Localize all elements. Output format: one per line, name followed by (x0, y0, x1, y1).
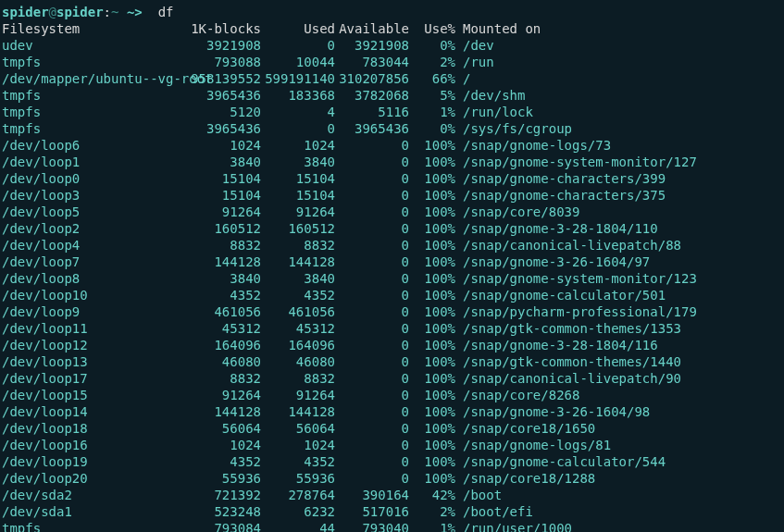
cell-used: 8832 (261, 237, 335, 254)
cell-mounted: /snap/core18/1288 (455, 470, 595, 487)
table-row: /dev/loop121640961640960100%/snap/gnome-… (2, 337, 782, 353)
cell-avail: 0 (335, 387, 409, 403)
cell-mounted: /snap/gnome-characters/399 (455, 170, 666, 187)
cell-avail: 0 (335, 303, 409, 320)
hdr-filesystem: Filesystem (2, 20, 187, 37)
cell-used: 144128 (261, 254, 335, 270)
table-row: /dev/loop4883288320100%/snap/canonical-l… (2, 237, 782, 254)
prompt-line[interactable]: spider @ spider : ~ ~> df (2, 4, 782, 20)
cell-usepct: 100% (409, 370, 455, 387)
cell-blocks: 91264 (187, 387, 261, 403)
cell-usepct: 100% (409, 287, 455, 303)
cell-usepct: 100% (409, 270, 455, 287)
cell-blocks: 15104 (187, 170, 261, 187)
cell-avail: 0 (335, 370, 409, 387)
cell-usepct: 100% (409, 470, 455, 487)
table-row: /dev/loop1346080460800100%/snap/gtk-comm… (2, 353, 782, 370)
cell-blocks: 91264 (187, 204, 261, 220)
table-row: udev3921908039219080%/dev (2, 37, 782, 54)
cell-filesystem: /dev/loop2 (2, 220, 187, 237)
cell-usepct: 2% (409, 503, 455, 520)
table-row: /dev/loop141441281441280100%/snap/gnome-… (2, 403, 782, 420)
cell-filesystem: /dev/loop20 (2, 470, 187, 487)
terminal-window[interactable]: spider @ spider : ~ ~> df Filesystem 1K-… (0, 0, 784, 532)
cell-avail: 0 (335, 470, 409, 487)
cell-avail: 0 (335, 220, 409, 237)
cell-mounted: /snap/core18/1650 (455, 420, 595, 437)
hdr-usepct: Use% (409, 20, 455, 37)
cell-avail: 5116 (335, 104, 409, 120)
cell-blocks: 144128 (187, 403, 261, 420)
table-row: tmpfs396543618336837820685%/dev/shm (2, 87, 782, 104)
cell-blocks: 461056 (187, 303, 261, 320)
cell-blocks: 55936 (187, 470, 261, 487)
cell-avail: 0 (335, 437, 409, 453)
cell-avail: 310207856 (335, 70, 409, 87)
cell-usepct: 100% (409, 437, 455, 453)
table-row: /dev/loop94610564610560100%/snap/pycharm… (2, 303, 782, 320)
cell-mounted: /snap/canonical-livepatch/90 (455, 370, 681, 387)
cell-usepct: 100% (409, 137, 455, 154)
table-row: /dev/loop015104151040100%/snap/gnome-cha… (2, 170, 782, 187)
cell-usepct: 100% (409, 154, 455, 170)
cell-filesystem: /dev/loop19 (2, 453, 187, 470)
cell-filesystem: /dev/sda2 (2, 487, 187, 503)
cell-mounted: /snap/gnome-system-monitor/123 (455, 270, 697, 287)
table-row: /dev/loop71441281441280100%/snap/gnome-3… (2, 254, 782, 270)
cell-filesystem: /dev/loop15 (2, 387, 187, 403)
cell-mounted: /snap/gnome-characters/375 (455, 187, 666, 204)
cell-used: 0 (261, 37, 335, 54)
table-row: /dev/loop17883288320100%/snap/canonical-… (2, 370, 782, 387)
cell-usepct: 100% (409, 420, 455, 437)
cell-mounted: /run (455, 54, 494, 70)
cell-blocks: 144128 (187, 254, 261, 270)
cell-used: 3840 (261, 270, 335, 287)
table-row: /dev/loop21605121605120100%/snap/gnome-3… (2, 220, 782, 237)
cell-usepct: 100% (409, 254, 455, 270)
cell-usepct: 0% (409, 120, 455, 137)
table-row: /dev/loop315104151040100%/snap/gnome-cha… (2, 187, 782, 204)
cell-filesystem: /dev/loop10 (2, 287, 187, 303)
cell-filesystem: /dev/loop17 (2, 370, 187, 387)
cell-usepct: 100% (409, 187, 455, 204)
hdr-used: Used (261, 20, 335, 37)
cell-blocks: 3921908 (187, 37, 261, 54)
table-row: /dev/loop1856064560640100%/snap/core18/1… (2, 420, 782, 437)
cell-used: 91264 (261, 204, 335, 220)
cell-used: 164096 (261, 337, 335, 353)
cell-used: 4 (261, 104, 335, 120)
cell-blocks: 56064 (187, 420, 261, 437)
cell-filesystem: /dev/loop12 (2, 337, 187, 353)
cell-usepct: 66% (409, 70, 455, 87)
prompt-colon: : (104, 4, 111, 20)
cell-avail: 0 (335, 137, 409, 154)
prompt-arrow: ~> (127, 4, 143, 20)
cell-filesystem: tmpfs (2, 54, 187, 70)
table-row: /dev/loop591264912640100%/snap/core/8039 (2, 204, 782, 220)
cell-blocks: 3965436 (187, 120, 261, 137)
cell-mounted: /snap/gnome-3-28-1804/116 (455, 337, 658, 353)
cell-avail: 0 (335, 254, 409, 270)
cell-used: 4352 (261, 287, 335, 303)
hdr-blocks: 1K-blocks (187, 20, 261, 37)
cell-blocks: 46080 (187, 353, 261, 370)
cell-avail: 3965436 (335, 120, 409, 137)
cell-blocks: 45312 (187, 320, 261, 337)
hdr-mounted: Mounted on (455, 20, 541, 37)
cell-avail: 0 (335, 320, 409, 337)
cell-mounted: /snap/gnome-3-26-1604/98 (455, 403, 650, 420)
cell-avail: 0 (335, 270, 409, 287)
cell-usepct: 100% (409, 387, 455, 403)
cell-mounted: /snap/gtk-common-themes/1353 (455, 320, 681, 337)
cell-mounted: /snap/gnome-logs/81 (455, 437, 611, 453)
cell-mounted: /snap/gnome-3-28-1804/110 (455, 220, 658, 237)
cell-avail: 0 (335, 170, 409, 187)
table-row: /dev/loop1384038400100%/snap/gnome-syste… (2, 154, 782, 170)
cell-avail: 0 (335, 453, 409, 470)
cell-used: 8832 (261, 370, 335, 387)
cell-filesystem: /dev/loop14 (2, 403, 187, 420)
cell-avail: 783044 (335, 54, 409, 70)
cell-usepct: 42% (409, 487, 455, 503)
cell-avail: 0 (335, 403, 409, 420)
cell-usepct: 100% (409, 170, 455, 187)
